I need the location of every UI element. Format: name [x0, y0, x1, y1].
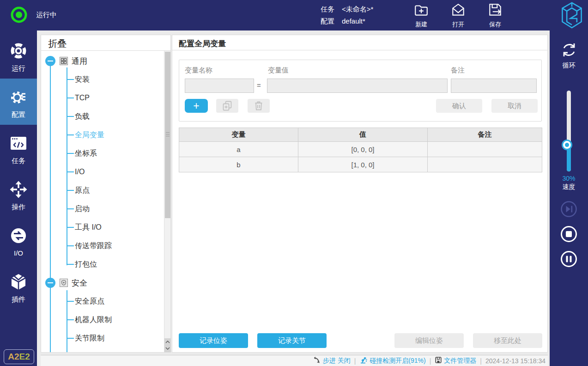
stop-button[interactable] — [560, 226, 577, 243]
scroll-up-button[interactable] — [164, 338, 171, 345]
tree-item-home[interactable]: 原点 — [41, 181, 164, 200]
tree-item-clipped[interactable] — [41, 348, 164, 352]
collapse-toggle-icon[interactable] — [45, 56, 55, 66]
step-mode-label: 步进 关闭 — [323, 357, 351, 365]
equals-sign: = — [257, 81, 261, 89]
speed-slider[interactable] — [567, 91, 571, 171]
tree-item-tcp[interactable]: TCP — [41, 89, 164, 107]
cell-value[interactable]: [0, 0, 0] — [298, 142, 428, 157]
record-joint-button[interactable]: 记录关节 — [257, 333, 327, 348]
loop-icon — [560, 41, 578, 61]
table-header-row: 变量 值 备注 — [179, 128, 542, 142]
robot-model-badge[interactable]: A2E2 — [4, 349, 34, 364]
config-label: 配置 — [321, 15, 334, 27]
file-manager-button[interactable]: 文件管理器 — [435, 356, 476, 365]
nav-config-label: 配置 — [12, 110, 25, 119]
edit-pose-button[interactable]: 编辑位姿 — [394, 333, 464, 348]
global-variables-panel: 配置全局变量 变量名称 变量值 备注 = + — [172, 35, 548, 353]
tree-item-coordinate[interactable]: 坐标系 — [41, 144, 164, 163]
variable-value-input[interactable] — [267, 79, 448, 93]
tree-node-safety[interactable]: 安全 — [41, 274, 164, 292]
task-label: 任务 — [321, 3, 334, 15]
nav-item-run[interactable]: 运行 — [0, 32, 37, 79]
tree-item-pack-pos[interactable]: 打包位 — [41, 255, 164, 274]
add-variable-button[interactable]: + — [185, 99, 208, 113]
table-row[interactable]: a [0, 0, 0] — [179, 142, 542, 157]
plugin-cube-icon — [9, 273, 28, 293]
topbar-actions: 新建 打开 保存 — [410, 2, 506, 29]
nav-item-operate[interactable]: 操作 — [0, 171, 37, 217]
speed-slider-thumb[interactable] — [563, 141, 571, 149]
tree-item-startup[interactable]: 启动 — [41, 200, 164, 218]
tree-item-tool-io[interactable]: 工具 I/O — [41, 218, 164, 237]
tree-item-robot-limits[interactable]: 机器人限制 — [41, 311, 164, 329]
variable-name-input[interactable] — [185, 79, 254, 93]
grid-icon — [60, 57, 68, 65]
run-icon — [9, 42, 28, 62]
col-header-remark: 备注 — [428, 128, 542, 142]
app-root: 运行中 任务<未命名>* 配置default* 新建 — [0, 0, 588, 366]
separator: | — [430, 357, 431, 365]
new-button[interactable]: 新建 — [410, 2, 432, 29]
collapse-all-button[interactable]: 折叠 — [41, 35, 170, 51]
nav-task-label: 任务 — [12, 157, 25, 165]
cell-remark[interactable] — [428, 157, 542, 172]
tree-node-label: 安全 — [72, 278, 87, 288]
tree-item-global-variables[interactable]: 全局变量 — [41, 126, 164, 144]
table-row[interactable]: b [1, 0, 0] — [179, 157, 542, 172]
nav-item-task[interactable]: 任务 — [0, 125, 37, 171]
open-button[interactable]: 打开 — [447, 2, 469, 29]
scroll-down-button[interactable] — [164, 345, 171, 352]
tree-scrollbar[interactable] — [164, 51, 170, 352]
move-here-button[interactable]: 移至此处 — [473, 333, 542, 348]
cancel-button[interactable]: 取消 — [491, 99, 538, 113]
cell-variable[interactable]: b — [179, 157, 298, 172]
nav-item-config[interactable]: 配置 — [0, 79, 37, 125]
copy-variable-button[interactable] — [216, 99, 238, 113]
new-button-label: 新建 — [415, 20, 427, 29]
left-nav: 运行 配置 任务 — [0, 30, 37, 366]
tree-item-install[interactable]: 安装 — [41, 70, 164, 89]
tree-node-label: 通用 — [72, 56, 87, 67]
collision-detect-toggle[interactable]: 碰撞检测开启(91%) — [359, 356, 425, 366]
tree-item-joint-limits[interactable]: 关节限制 — [41, 329, 164, 348]
step-mode-toggle[interactable]: 步进 关闭 — [313, 356, 351, 366]
nav-item-io[interactable]: I/O — [0, 217, 37, 263]
config-value: default* — [342, 17, 365, 25]
save-button-label: 保存 — [489, 20, 501, 29]
loop-mode-button[interactable]: 循环 — [550, 41, 588, 70]
delete-variable-button[interactable] — [248, 99, 270, 113]
move-arrows-icon — [9, 180, 28, 201]
task-value: <未命名>* — [342, 5, 373, 13]
file-manager-icon — [435, 356, 442, 365]
cell-variable[interactable]: a — [179, 142, 298, 157]
status-bar: 步进 关闭 | 碰撞检测开启(91%) | — [41, 355, 548, 366]
tree-node-general[interactable]: 通用 — [41, 52, 164, 70]
nav-item-plugin[interactable]: 插件 — [0, 263, 37, 310]
speed-percent: 30% — [550, 175, 588, 182]
cell-remark[interactable] — [428, 142, 542, 157]
step-arrow-icon — [313, 356, 321, 366]
page-title: 配置全局变量 — [172, 35, 547, 50]
record-pose-button[interactable]: 记录位姿 — [179, 333, 248, 348]
loop-label: 循环 — [563, 61, 576, 70]
io-sync-icon — [9, 226, 28, 247]
clock-timestamp: 2024-12-13 15:18:34 — [485, 357, 546, 365]
open-button-label: 打开 — [452, 20, 464, 29]
save-button[interactable]: 保存 — [484, 2, 506, 29]
tree-item-io[interactable]: I/O — [41, 163, 164, 181]
remark-input[interactable] — [451, 79, 537, 93]
separator: | — [480, 357, 482, 365]
variable-form: 变量名称 变量值 备注 = + 确 — [179, 60, 542, 122]
config-tree-panel: 折叠 通用 安装 TCP 负载 全局变量 坐标系 I/O 原点 — [41, 35, 171, 353]
tree-item-safe-home[interactable]: 安全原点 — [41, 292, 164, 311]
confirm-button[interactable]: 确认 — [436, 99, 482, 113]
tree-item-conveyor[interactable]: 传送带跟踪 — [41, 237, 164, 255]
tree-item-payload[interactable]: 负载 — [41, 107, 164, 126]
variables-table: 变量 值 备注 a [0, 0, 0] b [1, 0, 0] — [179, 128, 542, 172]
step-forward-button[interactable] — [560, 201, 577, 218]
collapse-toggle-icon[interactable] — [45, 278, 55, 288]
cell-value[interactable]: [1, 0, 0] — [298, 157, 428, 172]
tree-scrollbar-thumb[interactable] — [165, 52, 170, 218]
pause-button[interactable] — [560, 250, 577, 268]
